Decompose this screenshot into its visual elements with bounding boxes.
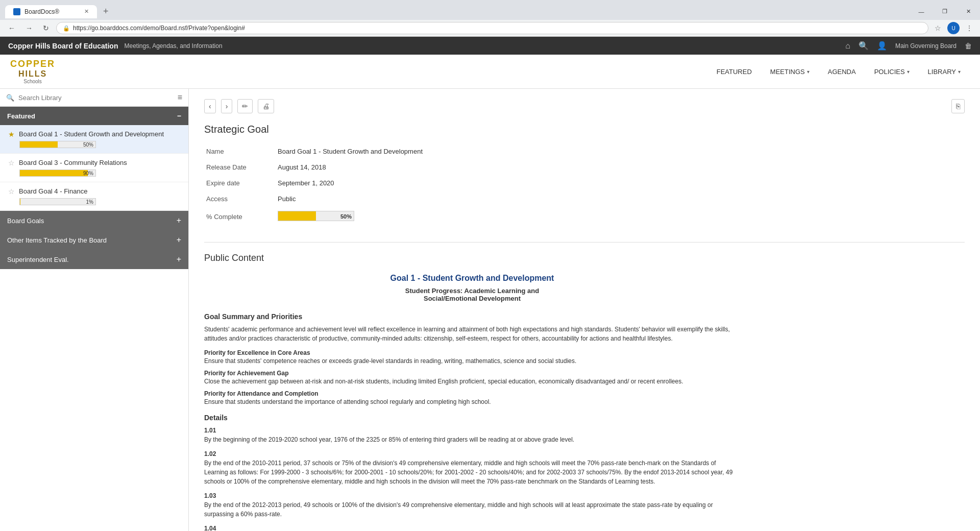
progress-fill-goal1 [20,141,58,148]
new-tab-button[interactable]: + [97,3,115,20]
progress-fill-goal4 [20,199,20,205]
star-icon-goal1: ★ [8,130,15,138]
board-goals-plus-icon[interactable]: + [177,216,181,225]
close-button[interactable]: ✕ [957,4,980,19]
progress-bar-goal4: 1% [19,198,96,205]
detail-102-num: 1.02 [204,450,740,457]
url-bar[interactable]: 🔒 https://go.boarddocs.com/demo/Board.ns… [56,22,928,34]
content-area: ‹ › ✏ 🖨 ⎘ Strategic Goal Name Board Goal… [189,89,980,531]
table-row-access: Access Public [204,191,965,207]
field-value-expire-date: September 1, 2020 [276,175,965,191]
sidebar: 🔍 ≡ Featured − ★ Board Goal 1 - Student … [0,89,189,531]
content-toolbar: ‹ › ✏ 🖨 ⎘ [204,99,965,113]
app-header-right: ⌂ 🔍 👤 Main Governing Board 🗑 [845,41,972,51]
secondary-nav: COPPER HILLS Schools FEATURED MEETINGS ▾… [0,55,980,89]
tab-title: BoardDocs® [24,8,59,15]
field-value-release-date: August 14, 2018 [276,159,965,175]
priority-attendance-text: Ensure that students understand the impo… [204,398,740,405]
user-icon[interactable]: 👤 [877,41,887,51]
field-label-complete: % Complete [204,207,276,227]
search-icon[interactable]: 🔍 [859,41,869,51]
print-button[interactable]: 🖨 [258,99,274,113]
sidebar-item-goal1-title: Board Goal 1 - Student Growth and Develo… [19,130,164,138]
priority-attendance-title: Priority for Attendance and Completion [204,390,740,397]
tab-close-btn[interactable]: ✕ [84,8,89,15]
nav-links: FEATURED MEETINGS ▾ AGENDA POLICIES ▾ LI… [707,62,970,82]
table-row-complete: % Complete 50% [204,207,965,227]
forward-nav-button[interactable]: › [221,99,233,113]
policies-caret: ▾ [907,69,910,75]
sidebar-menu-icon[interactable]: ≡ [178,93,182,102]
sidebar-category-other-items[interactable]: Other Items Tracked by the Board + [0,230,188,250]
nav-meetings[interactable]: MEETINGS ▾ [761,62,819,82]
logo-mid: HILLS [18,69,47,79]
sidebar-item-goal4[interactable]: ☆ Board Goal 4 - Finance 1% [0,182,188,211]
sidebar-category-superintendent[interactable]: Superintendent Eval. + [0,250,188,269]
progress-label-goal3: 90% [83,170,93,177]
nav-agenda[interactable]: AGENDA [819,62,865,82]
superintendent-plus-icon[interactable]: + [177,255,181,264]
logo-bottom: Schools [23,79,42,84]
goal-summary-text: Students' academic performance and achie… [204,325,740,343]
trash-icon[interactable]: 🗑 [965,42,972,50]
url-text: https://go.boarddocs.com/demo/Board.nsf/… [73,25,922,32]
star-bookmark-icon[interactable]: ☆ [933,22,943,34]
share-button[interactable]: ⎘ [951,99,965,113]
sidebar-featured-header: Featured − [0,107,188,125]
back-button[interactable]: ← [5,22,18,34]
other-items-label: Other Items Tracked by the Board [7,236,107,244]
active-tab[interactable]: BoardDocs® ✕ [5,5,97,18]
tab-bar: BoardDocs® ✕ + — ❐ ✕ [0,0,980,20]
sidebar-category-board-goals[interactable]: Board Goals + [0,211,188,230]
complete-progress-bar: 50% [278,211,354,221]
featured-label: Featured [7,112,35,120]
nav-policies[interactable]: POLICIES ▾ [865,62,919,82]
sidebar-item-goal1[interactable]: ★ Board Goal 1 - Student Growth and Deve… [0,125,188,154]
field-label-name: Name [204,143,276,159]
public-content-title: Public Content [204,253,965,263]
minimize-button[interactable]: — [910,4,933,19]
sidebar-item-goal3[interactable]: ☆ Board Goal 3 - Community Relations 90% [0,154,188,182]
board-label: Main Governing Board [895,42,957,50]
details-heading: Details [204,414,740,422]
edit-button[interactable]: ✏ [237,99,253,113]
strategic-goal-title: Strategic Goal [204,124,965,135]
progress-bar-goal3: 90% [19,170,96,177]
sidebar-item-goal4-title: Board Goal 4 - Finance [19,187,87,195]
priority-excellence-text: Ensure that students' competence reaches… [204,357,740,365]
lock-icon: 🔒 [63,25,70,32]
search-input[interactable] [18,94,174,102]
priority-achievement-text: Close the achievement gap between at-ris… [204,378,740,385]
progress-label-goal4: 1% [86,199,93,205]
complete-progress-label: 50% [340,211,352,221]
home-icon[interactable]: ⌂ [845,41,850,51]
sidebar-item-goal3-header: ☆ Board Goal 3 - Community Relations [8,159,180,167]
forward-button[interactable]: → [22,22,36,34]
goal-subheading: Student Progress: Academic Learning andS… [204,287,740,302]
user-avatar[interactable]: U [947,22,960,34]
other-items-plus-icon[interactable]: + [177,235,181,245]
detail-102-text: By the end of the 2010-2011 period, 37 s… [204,458,740,486]
progress-bar-goal1: 50% [19,141,96,148]
field-label-release-date: Release Date [204,159,276,175]
library-caret: ▾ [958,69,961,75]
nav-featured[interactable]: FEATURED [707,62,761,82]
back-nav-button[interactable]: ‹ [204,99,216,113]
board-goals-label: Board Goals [7,217,44,225]
detail-101-text: By the beginning of the 2019-2020 school… [204,435,740,444]
nav-library[interactable]: LIBRARY ▾ [919,62,970,82]
field-value-access: Public [276,191,965,207]
more-options-icon[interactable]: ⋮ [964,22,975,34]
featured-toggle[interactable]: − [177,112,181,120]
progress-label-goal1: 50% [83,141,93,148]
search-icon-sm: 🔍 [6,94,14,102]
logo-top: COPPER [10,59,55,69]
circle-icon-goal3: ☆ [8,159,15,167]
circle-icon-goal4: ☆ [8,187,15,196]
detail-101-num: 1.01 [204,427,740,434]
progress-fill-goal3 [20,170,88,176]
app-subtitle: Meetings, Agendas, and Information [124,42,222,50]
detail-104-num: 1.04 [204,525,740,531]
reload-button[interactable]: ↻ [40,22,52,34]
restore-button[interactable]: ❐ [933,4,957,19]
